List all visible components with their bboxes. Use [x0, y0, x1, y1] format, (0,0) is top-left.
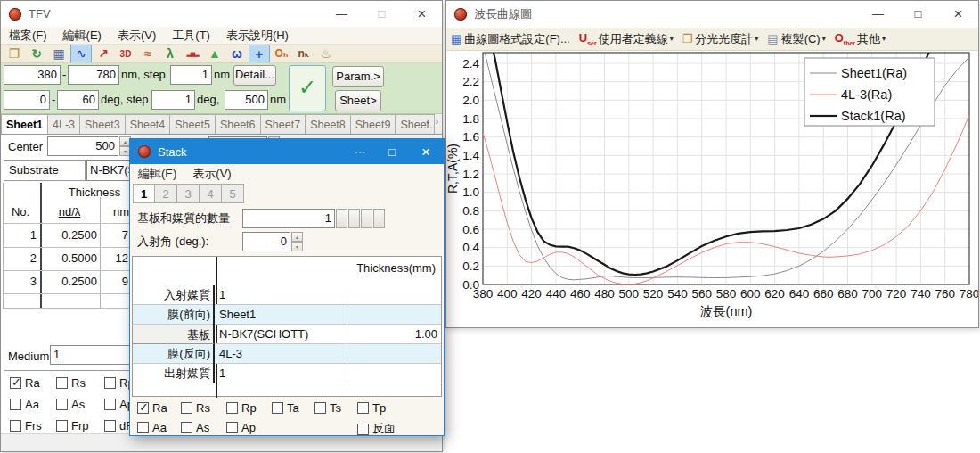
stack-tab-1[interactable]: 1 [133, 184, 155, 203]
count-spin-buttons[interactable] [336, 209, 385, 228]
dispersion-curves-icon[interactable]: ≈ [137, 45, 159, 62]
x-tick-label: 720 [886, 287, 907, 301]
minimize-button[interactable]: ⋯ [344, 139, 376, 165]
layer-nm[interactable]: 7 [101, 226, 128, 245]
layer-ndlambda[interactable]: 0.2500 [44, 272, 97, 292]
back-coating-row[interactable]: 膜(反向)4L-3 [133, 344, 441, 364]
tab-sheet8[interactable]: Sheet8 [306, 114, 351, 134]
ta-checkbox[interactable]: Ta [272, 401, 299, 415]
menu-view[interactable]: 表示(V) [110, 28, 164, 44]
ra-checkbox[interactable]: Ra [10, 376, 40, 390]
layer-nm[interactable]: 9 [101, 272, 128, 292]
angle-to-input[interactable]: 60 [57, 90, 99, 110]
ap-checkbox[interactable]: Ap [226, 421, 256, 434]
copy-button[interactable]: ▤ 複製(C) ▾ [767, 31, 825, 47]
angle-plot-icon[interactable]: ↗ [93, 45, 114, 62]
tab-sheet3[interactable]: Sheet3 [80, 114, 126, 134]
lamp-icon[interactable]: ♨ [315, 45, 337, 62]
frs-checkbox[interactable]: Frs [10, 419, 42, 432]
detail-button[interactable]: Detail... [233, 65, 276, 86]
angle-step-input[interactable]: 1 [151, 90, 195, 110]
menu-file[interactable]: 檔案(F) [1, 28, 55, 44]
close-button[interactable]: × [408, 139, 444, 165]
tp-checkbox[interactable]: Tp [357, 401, 386, 415]
minimize-button[interactable]: — [322, 1, 362, 27]
sheet-button[interactable]: Sheet> [335, 90, 381, 111]
reference-wavelength-input[interactable]: 500 [225, 90, 268, 110]
spectrum-icon[interactable]: ▂▅▂ [182, 45, 203, 62]
frp-checkbox[interactable]: Frp [56, 419, 89, 432]
wavelength-to-input[interactable]: 780 [68, 65, 119, 85]
backside-checkbox[interactable]: 反面 [357, 421, 396, 437]
menu-tools[interactable]: 工具(T) [164, 28, 218, 44]
open-file-icon[interactable]: ❐ [4, 45, 25, 62]
w-curve-icon[interactable]: ω [226, 45, 248, 62]
chart-format-button[interactable]: ▦ 曲線圖格式設定(F)... [451, 31, 570, 47]
rp-checkbox[interactable]: Rp [226, 401, 257, 415]
count-input[interactable]: 1 [242, 209, 335, 228]
as-checkbox[interactable]: As [56, 398, 85, 411]
close-button[interactable]: × [402, 1, 442, 27]
chart-toolbar: ▦ 曲線圖格式設定(F)... User 使用者定義線 ▾ ❐ 分光光度計 ▾ … [446, 28, 978, 51]
stack-tab-2[interactable]: 2 [155, 184, 177, 203]
tab-sheet1[interactable]: Sheet1 [1, 114, 48, 134]
stack-tab-5[interactable]: 5 [222, 184, 244, 203]
incident-angle-input[interactable]: 0 [242, 232, 290, 251]
rs-checkbox[interactable]: Rs [181, 401, 210, 415]
menu-edit[interactable]: 編輯(E) [55, 28, 110, 44]
reload-icon[interactable]: ↻ [26, 45, 47, 62]
minimize-button[interactable]: — [858, 1, 898, 27]
medium-label: Medium [8, 347, 49, 367]
layer-ndlambda[interactable]: 0.2500 [44, 226, 97, 245]
save-icon[interactable]: ▦ [48, 45, 69, 62]
maximize-button[interactable]: □ [898, 1, 938, 27]
threed-plot-icon[interactable]: 3D [115, 45, 136, 62]
ts-checkbox[interactable]: Ts [314, 401, 341, 415]
lambda-icon[interactable]: λ [159, 45, 181, 62]
nk-icon[interactable]: nₖ [293, 45, 314, 62]
tab-4l-3[interactable]: 4L-3 [48, 114, 80, 134]
ra-checkbox[interactable]: Ra [137, 401, 167, 415]
as-checkbox[interactable]: As [181, 421, 209, 434]
angle-from-input[interactable]: 0 [4, 90, 50, 110]
wavelength-step-input[interactable]: 1 [170, 65, 212, 85]
aa-checkbox[interactable]: Aa [10, 398, 39, 411]
run-button[interactable]: ✓ [289, 65, 326, 111]
maximize-button[interactable]: □ [376, 139, 408, 165]
tab-sheet6[interactable]: Sheet6 [216, 114, 261, 134]
window-title: 波長曲線圖 [474, 6, 532, 22]
substrate-row[interactable]: 基板N-BK7(SCHOTT)1.00 [133, 325, 441, 344]
tab-sheet4[interactable]: Sheet4 [126, 114, 171, 134]
cie-diagram-icon[interactable]: ▲ [204, 45, 225, 62]
maximize-button[interactable]: □ [362, 1, 402, 27]
pan-cross-icon[interactable]: + [249, 45, 270, 62]
incident-angle-spinner[interactable]: ▲▼ [291, 232, 303, 251]
oh-icon[interactable]: Oₕ [271, 45, 292, 62]
menu-edit[interactable]: 編輯(E) [130, 166, 184, 182]
other-button[interactable]: Other 其他 ▾ [835, 31, 886, 47]
aa-checkbox[interactable]: Aa [137, 421, 167, 434]
rs-checkbox[interactable]: Rs [56, 376, 86, 390]
layer-ndlambda[interactable]: 0.5000 [44, 249, 97, 268]
param-button[interactable]: Param.> [332, 66, 384, 87]
stack-tab-3[interactable]: 3 [177, 184, 200, 203]
tab-sheet7[interactable]: Sheet7 [261, 114, 306, 134]
tab-scroll-arrows[interactable]: ‹ › [427, 117, 440, 127]
spectrophotometer-button[interactable]: ❐ 分光光度計 ▾ [682, 31, 759, 47]
close-button[interactable]: × [938, 1, 978, 27]
user-defined-lines-button[interactable]: User 使用者定義線 ▾ [579, 31, 674, 47]
x-tick-label: 480 [594, 287, 615, 301]
exit-medium-row[interactable]: 出射媒質1 [133, 364, 441, 383]
center-input[interactable]: 500 [47, 136, 118, 156]
layer-nm[interactable]: 12 [101, 249, 128, 268]
stack-tab-4[interactable]: 4 [200, 184, 222, 203]
incident-medium-row[interactable]: 入射媒質1 [133, 285, 441, 305]
tab-sheet9[interactable]: Sheet9 [351, 114, 396, 134]
menu-help[interactable]: 表示說明(H) [218, 28, 297, 44]
col-ndlambda[interactable]: nd/λ [41, 202, 98, 222]
wavelength-from-input[interactable]: 380 [4, 65, 61, 85]
menu-view[interactable]: 表示(V) [184, 166, 239, 182]
wavelength-plot-icon[interactable]: ∿ [70, 45, 92, 62]
front-coating-row[interactable]: 膜(前向)Sheet1 [133, 305, 441, 325]
tab-sheet5[interactable]: Sheet5 [170, 114, 216, 134]
